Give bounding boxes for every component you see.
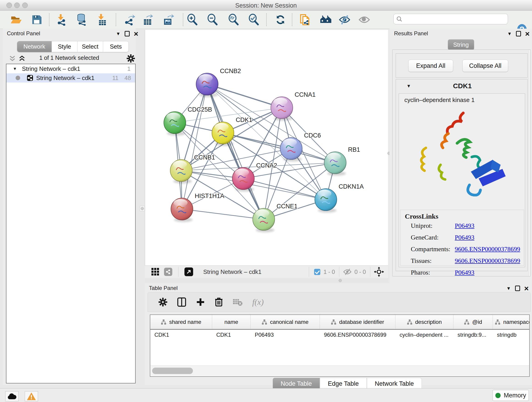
expand-all-button[interactable]: Expand All: [408, 60, 453, 72]
column-label: name: [224, 319, 238, 325]
collapse-all-button[interactable]: Collapse All: [462, 60, 508, 72]
network-row[interactable]: String Network – cdk1 11 48: [6, 73, 135, 83]
import-table-file-icon[interactable]: [96, 14, 108, 26]
current-network-dot-icon: [16, 76, 20, 80]
expand-all-icon[interactable]: [18, 56, 26, 62]
tab-network[interactable]: Network: [17, 41, 52, 52]
tab-style[interactable]: Style: [52, 41, 77, 52]
expand-collapse-box: Expand All Collapse All: [396, 53, 528, 78]
refresh-layout-icon[interactable]: [274, 14, 286, 26]
network-node-CCNA1[interactable]: CCNA1: [271, 91, 316, 121]
network-edge-HIST1H1A-CCNE1[interactable]: [182, 209, 264, 219]
panel-close-icon[interactable]: ×: [524, 286, 529, 291]
network-node-RB1[interactable]: RB1: [324, 146, 360, 176]
panel-float-icon[interactable]: [515, 286, 520, 291]
string-app-icon: [27, 75, 33, 81]
table-cell--id: stringdb:9...: [453, 332, 493, 338]
table-row[interactable]: CDK1CDK1P064939606.ENSP00000378699cyclin…: [150, 330, 529, 340]
column-header-description[interactable]: description: [395, 315, 453, 329]
zoom-selected-icon[interactable]: [248, 14, 260, 26]
vertical-splitter-handle[interactable]: [140, 206, 145, 211]
panel-close-icon[interactable]: ×: [134, 31, 138, 36]
column-header-namespace[interactable]: namespace: [493, 315, 530, 329]
import-network-database-icon[interactable]: [76, 14, 88, 26]
table-cell-namespace: stringdb: [493, 332, 530, 338]
column-type-icon: [407, 319, 412, 325]
status-bar: Memory: [0, 388, 532, 402]
crosslink-compartments[interactable]: 9606.ENSP00000378699: [455, 245, 520, 253]
horizontal-splitter[interactable]: [145, 278, 388, 283]
hide-selected-icon[interactable]: [339, 14, 351, 26]
tab-sets[interactable]: Sets: [103, 41, 128, 52]
network-collection-row[interactable]: ▼ String Network – cdk1 1: [6, 64, 135, 73]
crosslink-genecard[interactable]: P06493: [455, 234, 475, 241]
panel-menu-icon[interactable]: ▼: [116, 31, 120, 36]
panel-menu-icon[interactable]: ▼: [507, 31, 512, 36]
search-input[interactable]: [402, 16, 508, 22]
memory-label: Memory: [504, 392, 526, 399]
tree-expander-icon[interactable]: ▼: [13, 66, 17, 71]
column-header-database-identifier[interactable]: database identifier: [320, 315, 395, 329]
results-panel: Results Panel ▼ × String Expand All Coll…: [389, 29, 532, 283]
network-edge-CCNB2-CCNA1[interactable]: [207, 84, 282, 108]
network-birdseye-icon[interactable]: [164, 268, 172, 276]
crosslinks-title: CrossLinks: [405, 212, 438, 220]
crosslink-pharos[interactable]: P06493: [455, 269, 475, 276]
show-columns-icon[interactable]: [177, 297, 186, 307]
table-h-scrollbar[interactable]: [151, 365, 530, 376]
network-node-HIST1H1A[interactable]: HIST1H1A: [171, 192, 224, 222]
export-table-icon[interactable]: [142, 14, 153, 26]
column-header-shared-name[interactable]: shared name: [150, 315, 212, 329]
crosslink-tissues[interactable]: 9606.ENSP00000378699: [455, 257, 520, 264]
network-node-CDKN1A[interactable]: CDKN1A: [315, 183, 364, 213]
save-session-icon[interactable]: [31, 14, 43, 26]
tab-string[interactable]: String: [448, 39, 474, 50]
column-type-icon: [331, 319, 336, 325]
toolbar-divider: [178, 267, 178, 277]
export-network-icon[interactable]: [123, 14, 135, 26]
grid-view-icon[interactable]: [151, 268, 159, 276]
memory-button[interactable]: Memory: [493, 390, 529, 401]
column-header-name[interactable]: name: [212, 315, 251, 329]
toolbar-separator: [116, 13, 116, 26]
tab-select[interactable]: Select: [77, 41, 103, 52]
add-column-icon[interactable]: [196, 298, 205, 307]
network-node-CDK1[interactable]: CDK1: [212, 116, 252, 146]
warnings-button[interactable]: [25, 391, 38, 401]
search-field[interactable]: [393, 14, 508, 24]
table-settings-gear-icon[interactable]: [158, 298, 167, 307]
panel-float-icon[interactable]: [516, 31, 521, 36]
network-node-CCNB1[interactable]: CCNB1: [170, 154, 215, 184]
zoom-out-icon[interactable]: [207, 14, 219, 26]
home-networks-icon[interactable]: [320, 14, 332, 26]
network-edge-CCNB2-HIST1H1A[interactable]: [182, 84, 207, 209]
panel-float-icon[interactable]: [125, 31, 130, 36]
zoom-fit-icon[interactable]: [228, 14, 240, 26]
horizontal-splitter-handle[interactable]: [339, 279, 342, 282]
cloud-button[interactable]: [5, 391, 19, 401]
panel-close-icon[interactable]: ×: [525, 31, 530, 36]
pan-tool-icon[interactable]: [374, 267, 384, 277]
gear-icon[interactable]: [127, 54, 135, 63]
column-header--id[interactable]: @id: [453, 315, 493, 329]
scrollbar-thumb[interactable]: [152, 368, 193, 374]
results-scrollbar[interactable]: [529, 50, 530, 276]
panel-menu-icon[interactable]: ▼: [506, 286, 511, 291]
network-canvas[interactable]: CCNB2CCNA1CDC25BCDK1CDC6RB1CCNB1CCNA2CDK…: [145, 30, 388, 265]
network-node-CCNE1[interactable]: CCNE1: [253, 203, 298, 232]
column-header-canonical-name[interactable]: canonical name: [251, 315, 320, 329]
zoom-in-icon[interactable]: [186, 14, 198, 26]
selected-checkbox[interactable]: [314, 269, 320, 275]
delete-column-icon[interactable]: [215, 297, 223, 307]
open-file-icon[interactable]: [10, 14, 22, 26]
import-network-file-icon[interactable]: [56, 14, 68, 26]
crosslink-uniprot[interactable]: P06493: [455, 222, 475, 230]
export-image-icon[interactable]: [162, 14, 174, 26]
window-title: Session: New Session: [0, 2, 532, 9]
open-view-icon[interactable]: [184, 268, 193, 276]
section-expander-icon[interactable]: ▼: [406, 83, 411, 89]
collapse-all-icon[interactable]: [9, 56, 16, 62]
show-all-icon[interactable]: [358, 14, 370, 26]
hidden-eye-icon[interactable]: [343, 268, 352, 275]
clone-network-icon[interactable]: [299, 14, 311, 26]
